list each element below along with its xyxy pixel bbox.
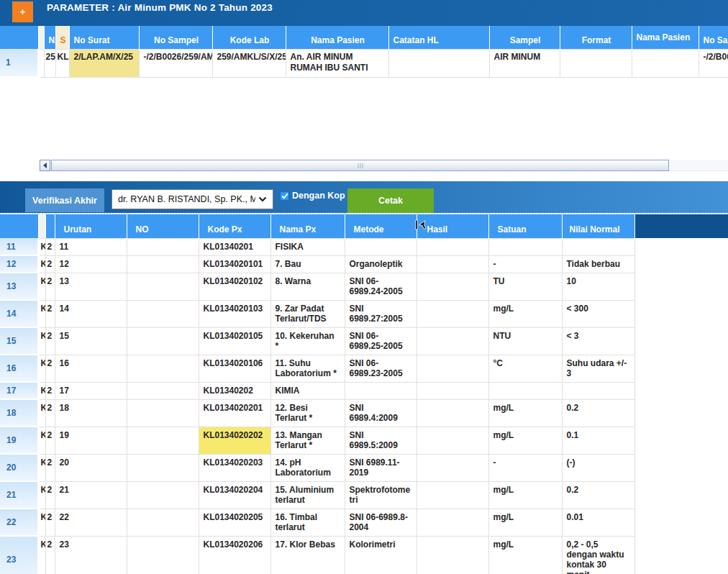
add-button[interactable]: + bbox=[12, 1, 33, 22]
cell-urutan: 17 bbox=[55, 382, 127, 399]
column-header-no-sampel[interactable]: No Sampel bbox=[139, 26, 212, 49]
clipped-column-header[interactable] bbox=[38, 26, 44, 49]
cell-hasil[interactable] bbox=[417, 427, 488, 454]
scroll-left-button[interactable] bbox=[40, 160, 50, 171]
table-row[interactable]: 23 K 2 23 KL0134020206 17. Klor Bebas Ko… bbox=[0, 536, 728, 574]
table-row[interactable]: 15 K 2 15 KL0134020105 10. Kekeruhan * S… bbox=[0, 327, 728, 355]
cell-nilai-normal bbox=[562, 238, 634, 255]
cetak-button[interactable]: Cetak bbox=[347, 188, 434, 213]
column-header-no-sa[interactable]: No Sa bbox=[699, 26, 728, 49]
dengan-kop-checkbox[interactable]: Dengan Kop bbox=[280, 191, 345, 201]
cell-nilai-normal: 0.2 bbox=[562, 481, 634, 509]
row-number: 16 bbox=[0, 355, 38, 382]
column-header-sort[interactable]: S bbox=[55, 26, 69, 49]
column-header-nilai-normal[interactable]: Nilai Normal bbox=[562, 214, 634, 238]
cell-kode-px: KL0134020105 bbox=[199, 327, 270, 355]
clipped-column-header[interactable] bbox=[45, 214, 55, 238]
cell-no bbox=[127, 454, 199, 481]
cell-nilai-normal: Tidak berbau bbox=[562, 255, 634, 273]
cell-kode-px: KL0134020102 bbox=[199, 273, 270, 300]
verifikasi-akhir-button[interactable]: Verifikasi Akhir bbox=[25, 188, 104, 212]
clipped-cell bbox=[38, 49, 44, 77]
column-header-hasil[interactable]: Hasil bbox=[417, 214, 488, 238]
cell-nilai-normal: < 300 bbox=[562, 300, 634, 327]
table-row[interactable]: 12 K 2 12 KL0134020101 7. Bau Organolept… bbox=[0, 255, 728, 273]
cell-metode: SNI 06-6989.24-2005 bbox=[345, 273, 417, 300]
clipped-cell: 2 bbox=[45, 454, 55, 481]
cell-hasil[interactable] bbox=[417, 454, 488, 481]
cell-nama-px: FISIKA bbox=[270, 238, 345, 255]
cell-nama-px: 7. Bau bbox=[270, 255, 345, 273]
column-header-nama-pasien-2[interactable]: Nama Pasien bbox=[632, 26, 699, 49]
column-header-no[interactable]: NO bbox=[127, 214, 199, 238]
column-header-sampel[interactable]: Sampel bbox=[489, 26, 560, 49]
cell-kode-px: KL0134020103 bbox=[199, 300, 270, 327]
cell-no bbox=[127, 427, 199, 454]
cell-hasil[interactable] bbox=[417, 255, 488, 273]
column-header-no-surat[interactable]: No Surat bbox=[69, 26, 139, 49]
cell-urutan: 22 bbox=[55, 509, 127, 536]
column-header-satuan[interactable]: Satuan bbox=[488, 214, 562, 238]
cell-hasil[interactable] bbox=[417, 327, 488, 355]
cell-kode-px: KL01340201 bbox=[199, 238, 270, 255]
cell-hasil[interactable] bbox=[417, 536, 488, 574]
column-header-metode[interactable]: Metode bbox=[345, 214, 417, 238]
cell-no-sa: -/2/B00 bbox=[699, 49, 728, 77]
cell-no-sampel: -/2/B0026/259/AM bbox=[139, 49, 212, 77]
filler bbox=[634, 536, 728, 574]
cell-kode-px: KL0134020204 bbox=[199, 481, 270, 509]
cell-hasil[interactable] bbox=[417, 509, 488, 536]
column-header-nama-pasien[interactable]: Nama Pasien bbox=[286, 26, 388, 49]
table-row[interactable]: 18 K 2 18 KL0134020201 12. Besi Terlarut… bbox=[0, 399, 728, 427]
cell-sampel: AIR MINUM bbox=[489, 49, 560, 77]
cell-nama-pasien-2 bbox=[632, 49, 699, 77]
horizontal-scrollbar[interactable] bbox=[40, 160, 728, 171]
table-row[interactable]: 22 K 2 22 KL0134020205 16. Timbal terlar… bbox=[0, 509, 728, 536]
filler bbox=[634, 327, 728, 355]
cell-hasil[interactable] bbox=[417, 481, 488, 509]
parameter-table: Urutan NO Kode Px Nama Px Metode Hasil S… bbox=[0, 213, 728, 574]
row-number: 12 bbox=[0, 255, 38, 273]
column-header-kode-lab[interactable]: Kode Lab bbox=[212, 26, 286, 49]
cell-metode: SNI 6989.11-2019 bbox=[345, 454, 417, 481]
table-row[interactable]: 14 K 2 14 KL0134020103 9. Zar Padat Terl… bbox=[0, 300, 728, 327]
clipped-cell: K bbox=[38, 481, 45, 509]
cell-kode-px: KL0134020101 bbox=[199, 255, 270, 273]
cell-hasil[interactable] bbox=[417, 355, 488, 382]
table-row[interactable]: 13 K 2 13 KL0134020102 8. Warna SNI 06-6… bbox=[0, 273, 728, 300]
cell-hasil[interactable] bbox=[417, 300, 488, 327]
scrollbar-thumb[interactable] bbox=[51, 160, 669, 171]
cell-nilai-normal: 0.2 bbox=[562, 399, 634, 427]
cell-hasil[interactable] bbox=[417, 238, 488, 255]
column-header-n[interactable]: N bbox=[44, 26, 55, 49]
clipped-cell: 2 bbox=[45, 273, 55, 300]
cell-kode-px: KL01340202 bbox=[199, 382, 270, 399]
clipped-column-header[interactable] bbox=[38, 214, 45, 238]
cell-satuan: mg/L bbox=[488, 536, 562, 574]
cell-satuan: mg/L bbox=[488, 481, 562, 509]
cell-urutan: 23 bbox=[55, 536, 127, 574]
cell-hasil[interactable] bbox=[417, 399, 488, 427]
table-row[interactable]: 19 K 2 19 KL0134020202 13. Mangan Terlar… bbox=[0, 427, 728, 454]
column-header-nama-px[interactable]: Nama Px bbox=[270, 214, 345, 238]
table-row[interactable]: 20 K 2 20 KL0134020203 14. pH Laboratori… bbox=[0, 454, 728, 481]
cell-hasil[interactable] bbox=[417, 382, 488, 399]
column-header-kode-px[interactable]: Kode Px bbox=[199, 214, 270, 238]
column-header-catatan-hl[interactable]: Catatan HL bbox=[388, 26, 489, 49]
cell-satuan: - bbox=[488, 255, 562, 273]
cell-metode: SNI 6989.27:2005 bbox=[345, 300, 417, 327]
table-row[interactable]: 17 K 2 17 KL01340202 KIMIA bbox=[0, 382, 728, 399]
doctor-select[interactable]: dr. RYAN B. RISTANDI, Sp. PK., MMRS bbox=[112, 189, 273, 209]
clipped-cell: K bbox=[38, 355, 45, 382]
cell-catatan-hl bbox=[388, 49, 489, 77]
cell-hasil[interactable] bbox=[417, 273, 488, 300]
table-row[interactable]: 11 K 2 11 KL01340201 FISIKA bbox=[0, 238, 728, 255]
table-row[interactable]: 21 K 2 21 KL0134020204 15. Aluminium ter… bbox=[0, 481, 728, 509]
table-row[interactable]: 16 K 2 16 KL0134020106 11. Suhu Laborato… bbox=[0, 355, 728, 382]
row-number: 14 bbox=[0, 300, 38, 327]
table-row[interactable]: 1 25 KL 2/LAP.AM/X/25 -/2/B0026/259/AM 2… bbox=[0, 49, 728, 77]
filler bbox=[634, 427, 728, 454]
column-header-format[interactable]: Format bbox=[560, 26, 632, 49]
column-header-urutan[interactable]: Urutan bbox=[55, 214, 127, 238]
cell-n: 25 bbox=[44, 49, 55, 77]
